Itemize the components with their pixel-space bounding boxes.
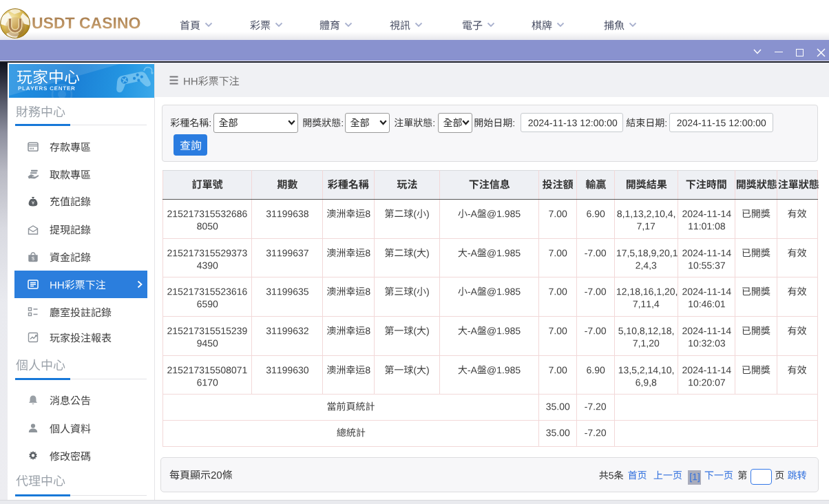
svg-text:casino: casino [10,37,21,39]
